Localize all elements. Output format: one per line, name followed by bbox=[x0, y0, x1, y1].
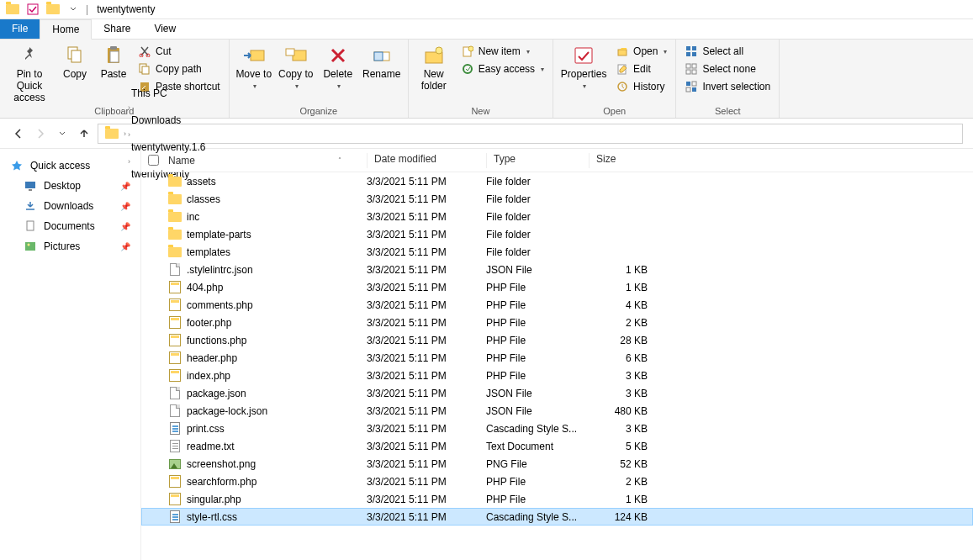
delete-button[interactable]: Delete▾ bbox=[319, 42, 357, 90]
file-size: 3 KB bbox=[589, 423, 654, 435]
new-item-button[interactable]: New item▾ bbox=[457, 44, 547, 59]
svg-point-19 bbox=[468, 46, 473, 51]
file-name: assets bbox=[187, 176, 216, 188]
new-folder-button[interactable]: New folder bbox=[414, 42, 454, 92]
properties-button[interactable]: Properties▾ bbox=[558, 42, 609, 90]
file-row[interactable]: searchform.php3/3/2021 5:11 PMPHP File2 … bbox=[141, 473, 973, 490]
file-date: 3/3/2021 5:11 PM bbox=[367, 246, 486, 258]
file-row[interactable]: functions.php3/3/2021 5:11 PMPHP File28 … bbox=[141, 331, 973, 349]
file-row[interactable]: style-rtl.css3/3/2021 5:11 PMCascading S… bbox=[141, 508, 973, 526]
select-all-button[interactable]: Select all bbox=[681, 44, 774, 59]
sidebar-item-desktop[interactable]: Desktop 📌 bbox=[3, 176, 137, 196]
copy-button[interactable]: Copy bbox=[57, 42, 93, 81]
file-name: index.php bbox=[187, 370, 230, 382]
pin-to-quick-access-button[interactable]: Pin to Quick access bbox=[5, 42, 54, 103]
file-type: JSON File bbox=[486, 388, 589, 399]
tab-file[interactable]: File bbox=[0, 19, 40, 39]
svg-rect-36 bbox=[692, 87, 696, 92]
column-header-name[interactable]: Name˄ bbox=[165, 155, 367, 166]
file-type-icon bbox=[168, 210, 182, 224]
file-row[interactable]: header.php3/3/2021 5:11 PMPHP File6 KB bbox=[141, 349, 973, 367]
pin-icon: 📌 bbox=[120, 202, 130, 211]
file-row[interactable]: readme.txt3/3/2021 5:11 PMText Document5… bbox=[141, 437, 973, 455]
easy-access-button[interactable]: Easy access▾ bbox=[457, 61, 547, 77]
file-date: 3/3/2021 5:11 PM bbox=[367, 211, 486, 223]
sidebar-item-pictures[interactable]: Pictures 📌 bbox=[3, 236, 137, 256]
file-size: 3 KB bbox=[589, 370, 654, 382]
rename-button[interactable]: Rename bbox=[361, 42, 403, 81]
tab-home[interactable]: Home bbox=[40, 19, 92, 40]
file-row[interactable]: 404.php3/3/2021 5:11 PMPHP File1 KB bbox=[141, 278, 973, 296]
file-row[interactable]: screenshot.png3/3/2021 5:11 PMPNG File52… bbox=[141, 455, 973, 473]
file-type: File folder bbox=[486, 229, 589, 240]
edit-button[interactable]: Edit bbox=[612, 61, 670, 77]
file-type: PHP File bbox=[486, 335, 589, 346]
forward-button[interactable] bbox=[32, 125, 49, 142]
sidebar-item-quick-access[interactable]: Quick access bbox=[3, 156, 137, 176]
file-type-icon bbox=[168, 475, 182, 489]
file-date: 3/3/2021 5:11 PM bbox=[367, 176, 486, 188]
tab-share[interactable]: Share bbox=[92, 19, 142, 39]
select-group-label: Select bbox=[681, 104, 774, 116]
qat-dropdown-icon[interactable] bbox=[64, 2, 82, 17]
file-size: 5 KB bbox=[589, 441, 654, 452]
file-row[interactable]: inc3/3/2021 5:11 PMFile folder bbox=[141, 208, 973, 225]
file-type: PHP File bbox=[486, 317, 589, 329]
back-button[interactable] bbox=[10, 125, 27, 142]
file-date: 3/3/2021 5:11 PM bbox=[367, 388, 486, 399]
breadcrumb-segment[interactable]: This PC bbox=[128, 86, 209, 101]
file-row[interactable]: templates3/3/2021 5:11 PMFile folder bbox=[141, 243, 973, 261]
recent-locations-button[interactable] bbox=[54, 125, 71, 142]
file-row[interactable]: index.php3/3/2021 5:11 PMPHP File3 KB bbox=[141, 367, 973, 384]
file-type-icon bbox=[168, 422, 182, 436]
file-row[interactable]: print.css3/3/2021 5:11 PMCascading Style… bbox=[141, 420, 973, 437]
file-date: 3/3/2021 5:11 PM bbox=[367, 229, 486, 240]
sidebar-item-documents[interactable]: Documents 📌 bbox=[3, 216, 137, 236]
pictures-icon bbox=[24, 240, 37, 253]
copy-to-button[interactable]: Copy to▾ bbox=[277, 42, 315, 90]
file-row[interactable]: footer.php3/3/2021 5:11 PMPHP File2 KB bbox=[141, 314, 973, 331]
tab-view[interactable]: View bbox=[142, 19, 188, 39]
qat-explorer-icon[interactable] bbox=[3, 2, 22, 17]
sidebar-item-downloads[interactable]: Downloads 📌 bbox=[3, 196, 137, 216]
open-icon bbox=[616, 45, 629, 58]
column-header-type[interactable]: Type bbox=[486, 153, 589, 168]
move-to-button[interactable]: Move to▾ bbox=[235, 42, 273, 90]
file-row[interactable]: singular.php3/3/2021 5:11 PMPHP File1 KB bbox=[141, 490, 973, 508]
chevron-right-icon[interactable]: › bbox=[128, 130, 130, 139]
column-header-date[interactable]: Date modified bbox=[367, 153, 486, 168]
copy-to-icon bbox=[283, 44, 309, 67]
file-row[interactable]: package.json3/3/2021 5:11 PMJSON File3 K… bbox=[141, 384, 973, 402]
copy-path-button[interactable]: Copy path bbox=[135, 61, 224, 77]
paste-button[interactable]: Paste bbox=[96, 42, 131, 81]
file-type: File folder bbox=[486, 246, 589, 258]
invert-selection-button[interactable]: Invert selection bbox=[681, 79, 774, 94]
breadcrumb-segment[interactable]: Downloads bbox=[128, 113, 209, 128]
file-size: 2 KB bbox=[589, 317, 654, 329]
cut-button[interactable]: Cut bbox=[135, 44, 224, 59]
select-none-button[interactable]: Select none bbox=[681, 61, 774, 77]
chevron-right-icon[interactable]: › bbox=[124, 129, 126, 138]
svg-rect-4 bbox=[110, 51, 119, 62]
history-button[interactable]: History bbox=[612, 79, 670, 94]
open-button[interactable]: Open▾ bbox=[612, 44, 670, 59]
file-name: comments.php bbox=[187, 299, 253, 311]
address-bar[interactable]: › This PC›Downloads›twentytwenty.1.6›twe… bbox=[98, 124, 963, 144]
pin-icon bbox=[16, 44, 43, 67]
file-row[interactable]: classes3/3/2021 5:11 PMFile folder bbox=[141, 190, 973, 208]
select-all-checkbox[interactable] bbox=[148, 155, 159, 166]
file-row[interactable]: .stylelintrc.json3/3/2021 5:11 PMJSON Fi… bbox=[141, 261, 973, 278]
file-row[interactable]: template-parts3/3/2021 5:11 PMFile folde… bbox=[141, 225, 973, 243]
file-row[interactable]: package-lock.json3/3/2021 5:11 PMJSON Fi… bbox=[141, 402, 973, 420]
column-header-size[interactable]: Size bbox=[589, 153, 654, 168]
file-list: assets3/3/2021 5:11 PMFile folderclasses… bbox=[141, 172, 973, 560]
up-button[interactable] bbox=[76, 125, 93, 142]
file-row[interactable]: assets3/3/2021 5:11 PMFile folder bbox=[141, 172, 973, 190]
file-row[interactable]: comments.php3/3/2021 5:11 PMPHP File4 KB bbox=[141, 296, 973, 314]
qat-properties-icon[interactable] bbox=[24, 2, 42, 17]
file-date: 3/3/2021 5:11 PM bbox=[367, 317, 486, 329]
svg-rect-22 bbox=[618, 50, 627, 55]
file-type-icon bbox=[168, 298, 182, 312]
chevron-right-icon[interactable]: › bbox=[128, 103, 130, 112]
qat-newfolder-icon[interactable] bbox=[44, 2, 62, 17]
